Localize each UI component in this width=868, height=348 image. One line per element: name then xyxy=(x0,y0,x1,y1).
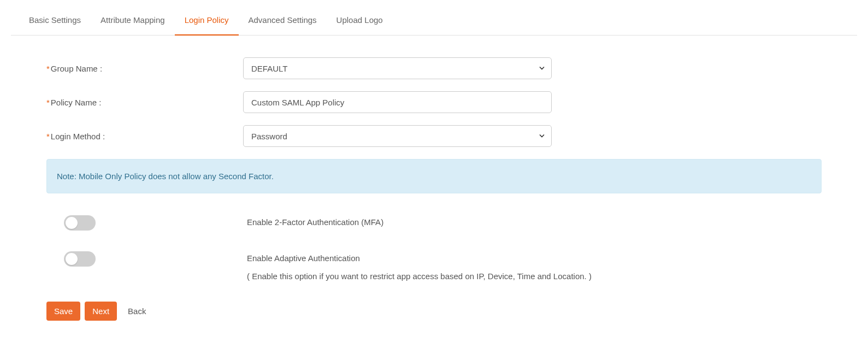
required-marker: * xyxy=(46,98,50,107)
required-marker: * xyxy=(46,132,50,141)
tab-basic-settings[interactable]: Basic Settings xyxy=(19,5,91,36)
tab-login-policy[interactable]: Login Policy xyxy=(175,5,239,36)
login-method-select[interactable]: Password xyxy=(243,125,552,147)
tab-bar: Basic Settings Attribute Mapping Login P… xyxy=(11,5,857,36)
tab-attribute-mapping[interactable]: Attribute Mapping xyxy=(91,5,175,36)
toggle-knob xyxy=(66,253,78,265)
policy-name-label: *Policy Name : xyxy=(46,98,243,107)
tab-advanced-settings[interactable]: Advanced Settings xyxy=(239,5,327,36)
toggle-knob xyxy=(66,217,78,229)
back-button[interactable]: Back xyxy=(121,302,152,321)
tab-upload-logo[interactable]: Upload Logo xyxy=(327,5,393,36)
login-method-label: *Login Method : xyxy=(46,132,243,141)
group-name-label: *Group Name : xyxy=(46,64,243,73)
adaptive-toggle-label: Enable Adaptive Authentication xyxy=(247,251,592,263)
policy-name-input[interactable] xyxy=(243,91,552,113)
note-box: Note: Mobile Only Policy does not allow … xyxy=(46,159,822,193)
adaptive-toggle[interactable] xyxy=(64,251,96,267)
adaptive-toggle-sublabel: ( Enable this option if you want to rest… xyxy=(247,272,592,281)
save-button[interactable]: Save xyxy=(46,302,80,321)
next-button[interactable]: Next xyxy=(85,302,117,321)
mfa-toggle-label: Enable 2-Factor Authentication (MFA) xyxy=(247,215,383,227)
mfa-toggle[interactable] xyxy=(64,215,96,231)
group-name-select[interactable]: DEFAULT xyxy=(243,57,552,79)
required-marker: * xyxy=(46,64,50,73)
